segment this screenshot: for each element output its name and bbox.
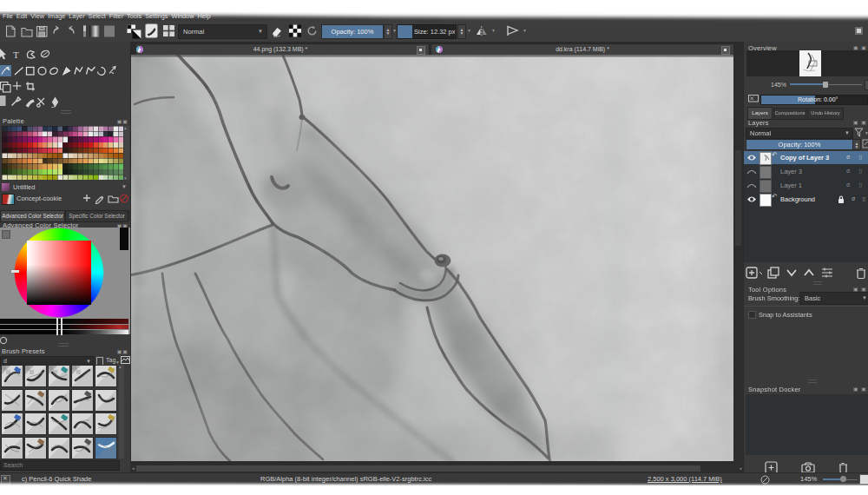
svg-text:T: T — [13, 50, 19, 60]
